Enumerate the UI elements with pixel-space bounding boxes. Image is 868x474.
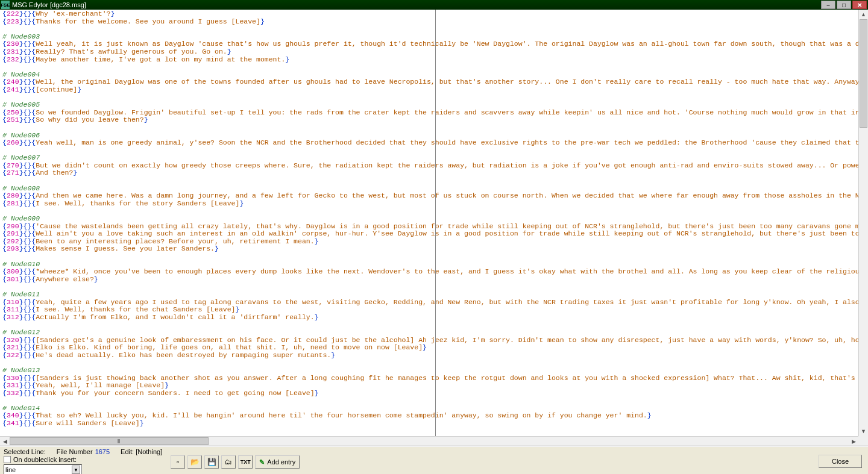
window-close-button[interactable]: ✕ xyxy=(852,1,867,9)
minimize-button[interactable]: – xyxy=(821,1,835,9)
window-title: MSG Edytor [dgc28.msg] xyxy=(12,1,821,8)
app-icon: FSE xyxy=(1,1,10,9)
titlebar: FSE MSG Edytor [dgc28.msg] – □ ✕ xyxy=(0,0,868,10)
maximize-button[interactable]: □ xyxy=(837,1,851,9)
